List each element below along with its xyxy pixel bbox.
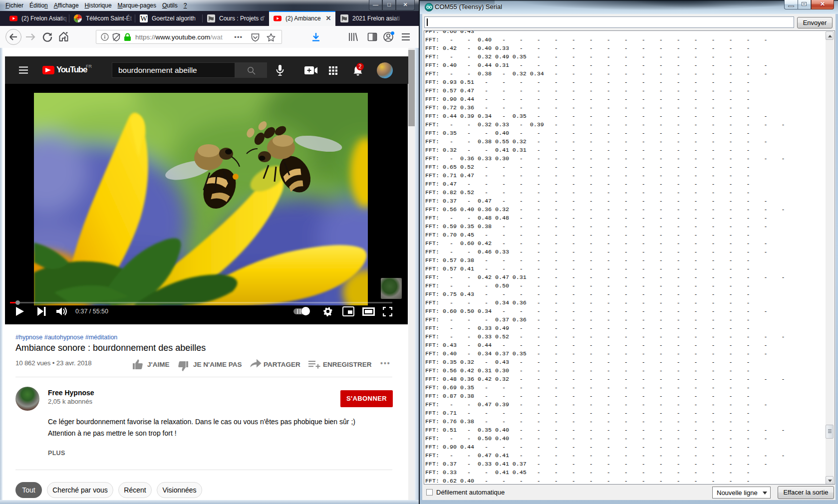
- svg-text:W: W: [140, 14, 147, 22]
